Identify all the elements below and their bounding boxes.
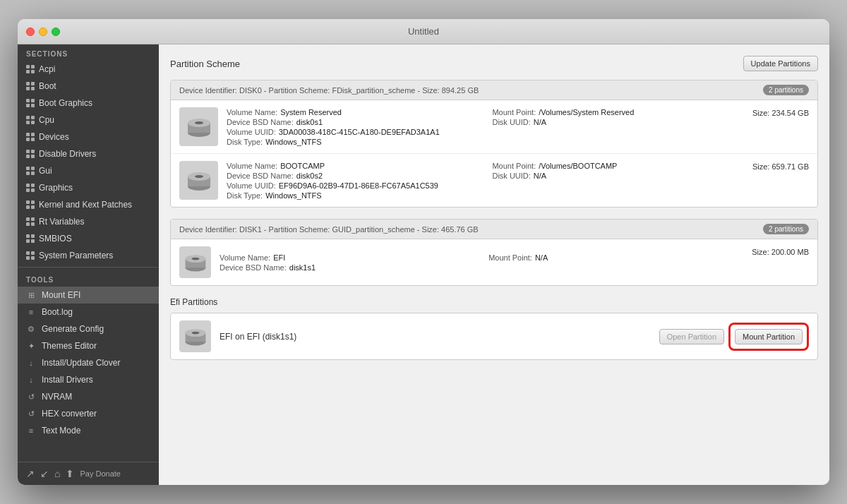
- import-icon[interactable]: ↙: [40, 468, 49, 479]
- mount-partition-button[interactable]: Mount Partition: [735, 329, 803, 344]
- disk1s1-volume-name-label: Volume Name:: [220, 253, 270, 262]
- disk0s1-uuid-label: Volume UUID:: [227, 128, 276, 136]
- sidebar-divider: [18, 267, 159, 268]
- disk1s1-volume-name-value: EFI: [273, 253, 285, 262]
- sidebar-item-smbios[interactable]: SMBIOS: [18, 230, 159, 247]
- disk0s1-uuid-value: 3DA00038-418C-415C-A180-DE9EFAD3A1A1: [279, 128, 440, 136]
- sidebar-item-gui-label: Gui: [39, 166, 52, 176]
- sidebar-item-boot[interactable]: Boot: [18, 78, 159, 95]
- disk1s1-bsd-label: Device BSD Name:: [220, 263, 287, 272]
- disk0s1-disktype-value: Windows_NTFS: [265, 138, 321, 146]
- svg-point-3: [195, 121, 203, 124]
- minimize-button[interactable]: [39, 28, 47, 36]
- disk1s1-mount-point-value: N/A: [535, 253, 548, 262]
- disk0s2-grid: Volume Name: BOOTCAMP Mount Point: /Volu…: [227, 162, 744, 200]
- tool-nvram[interactable]: ↺ NVRAM: [18, 388, 159, 405]
- sidebar-item-graphics-label: Graphics: [39, 183, 73, 193]
- disk0s1-diskuuid-row: Disk UUID: N/A: [492, 118, 743, 126]
- tool-boot-log[interactable]: ≡ Boot.log: [18, 304, 159, 320]
- sidebar-item-graphics[interactable]: Graphics: [18, 179, 159, 196]
- sidebar-item-boot-graphics[interactable]: Boot Graphics: [18, 95, 159, 112]
- sections-label: SECTIONS: [18, 44, 159, 61]
- grid-icon: [26, 234, 35, 243]
- disk0-header-text: Device Identifier: DISK0 - Partition Sch…: [179, 86, 479, 95]
- sidebar-item-kernel-kext[interactable]: Kernel and Kext Patches: [18, 196, 159, 213]
- disk0s1-diskuuid-label: Disk UUID:: [492, 118, 530, 126]
- sidebar-item-devices[interactable]: Devices: [18, 128, 159, 145]
- hex-converter-icon: ↺: [26, 409, 36, 419]
- disk0-badge: 2 partitions: [763, 85, 809, 95]
- tool-install-update-label: Install/Update Clover: [42, 358, 120, 368]
- grid-icon: [26, 217, 35, 226]
- tool-mount-efi[interactable]: ⊞ Mount EFI: [18, 287, 159, 304]
- donate-text[interactable]: Pay Donate: [80, 469, 120, 478]
- disk0s2-size-label: Size:: [752, 162, 769, 171]
- disk1s1-grid: Volume Name: EFI Mount Point: N/A Device…: [220, 253, 743, 272]
- main-window: Untitled SECTIONS Acpi Boot Boot Graphic…: [18, 19, 829, 485]
- grid-icon: [26, 82, 35, 90]
- disk0s1-disktype-row: Disk Type: Windows_NTFS: [227, 138, 478, 146]
- disk0s1-grid: Volume Name: System Reserved Mount Point…: [227, 108, 744, 146]
- grid-icon: [26, 150, 35, 158]
- sidebar: SECTIONS Acpi Boot Boot Graphics Cpu Dev…: [18, 44, 159, 485]
- maximize-button[interactable]: [52, 28, 60, 36]
- disk1-header: Device Identifier: DISK1 - Partition Sch…: [171, 220, 817, 239]
- text-mode-icon: ≡: [26, 426, 36, 436]
- sidebar-item-acpi[interactable]: Acpi: [18, 61, 159, 78]
- sidebar-item-rt-variables-label: Rt Variables: [39, 217, 84, 227]
- home-icon[interactable]: ⌂: [54, 468, 60, 479]
- disk0s1-volume-name-value: System Reserved: [280, 108, 342, 116]
- grid-icon: [26, 99, 35, 107]
- sidebar-item-disable-drivers-label: Disable Drivers: [39, 149, 96, 159]
- disk0s1-bsd-label: Device BSD Name:: [227, 118, 294, 126]
- tool-generate-config[interactable]: ⚙ Generate Config: [18, 320, 159, 337]
- sidebar-item-cpu-label: Cpu: [39, 115, 54, 125]
- sidebar-item-devices-label: Devices: [39, 132, 69, 142]
- main-header: Partition Scheme Update Partitions: [170, 56, 818, 71]
- sidebar-item-cpu[interactable]: Cpu: [18, 112, 159, 128]
- grid-icon: [26, 184, 35, 192]
- tool-hex-converter[interactable]: ↺ HEX converter: [18, 405, 159, 422]
- disk0s2-uuid-value: EF96D9A6-02B9-47D1-86E8-FC67A5A1C539: [279, 181, 438, 190]
- share-icon[interactable]: ⬆: [66, 468, 74, 479]
- sidebar-item-gui[interactable]: Gui: [18, 162, 159, 179]
- close-button[interactable]: [26, 28, 35, 36]
- tool-install-update[interactable]: ↓ Install/Update Clover: [18, 354, 159, 371]
- sidebar-item-rt-variables[interactable]: Rt Variables: [18, 213, 159, 230]
- disk0s1-uuid-row: Volume UUID: 3DA00038-418C-415C-A180-DE9…: [227, 128, 478, 136]
- disk0s2-disktype-label: Disk Type:: [227, 191, 263, 200]
- disk1s1-size: Size: 200.00 MB: [752, 246, 809, 256]
- grid-icon: [26, 116, 35, 124]
- export-icon[interactable]: ↗: [26, 468, 35, 479]
- partition-scheme-title: Partition Scheme: [170, 59, 240, 69]
- tool-install-drivers[interactable]: ↓ Install Drivers: [18, 371, 159, 388]
- disk1s1-mount-point-row: Mount Point: N/A: [488, 253, 743, 262]
- sidebar-item-smbios-label: SMBIOS: [39, 234, 72, 244]
- efi-row: EFI on EFI (disk1s1) Open Partition Moun…: [170, 313, 818, 360]
- disk1-section: Device Identifier: DISK1 - Partition Sch…: [170, 219, 818, 286]
- disk0s1-row: Volume Name: System Reserved Mount Point…: [171, 100, 817, 154]
- disk1s1-size-label: Size:: [752, 248, 769, 256]
- disk0s2-diskuuid-value: N/A: [534, 172, 546, 180]
- tool-generate-config-label: Generate Config: [42, 324, 104, 334]
- disk0s2-image: [179, 161, 218, 200]
- disk0s2-mount-point-row: Mount Point: /Volumes/BOOTCAMP: [492, 162, 743, 170]
- disk0s1-bsd-row: Device BSD Name: disk0s1: [227, 118, 478, 126]
- efi-buttons: Open Partition Mount Partition: [659, 323, 809, 351]
- disk0s1-size: Size: 234.54 GB: [752, 107, 809, 117]
- disk1s1-row: Volume Name: EFI Mount Point: N/A Device…: [171, 239, 817, 285]
- disk1s1-size-value: 200.00 MB: [771, 248, 809, 256]
- svg-point-7: [195, 175, 203, 178]
- sidebar-item-system-parameters[interactable]: System Parameters: [18, 247, 159, 264]
- tool-themes-editor[interactable]: ✦ Themes Editor: [18, 337, 159, 354]
- disk0s1-volume-name-row: Volume Name: System Reserved: [227, 108, 478, 116]
- generate-config-icon: ⚙: [26, 324, 36, 334]
- disk0s1-bsd-value: disk0s1: [296, 118, 323, 126]
- tool-install-drivers-label: Install Drivers: [42, 375, 93, 385]
- install-update-icon: ↓: [26, 358, 36, 368]
- tool-themes-editor-label: Themes Editor: [42, 341, 97, 351]
- tool-text-mode[interactable]: ≡ Text Mode: [18, 422, 159, 439]
- sidebar-item-disable-drivers[interactable]: Disable Drivers: [18, 145, 159, 162]
- open-partition-button[interactable]: Open Partition: [659, 329, 724, 344]
- update-partitions-button[interactable]: Update Partitions: [743, 56, 818, 71]
